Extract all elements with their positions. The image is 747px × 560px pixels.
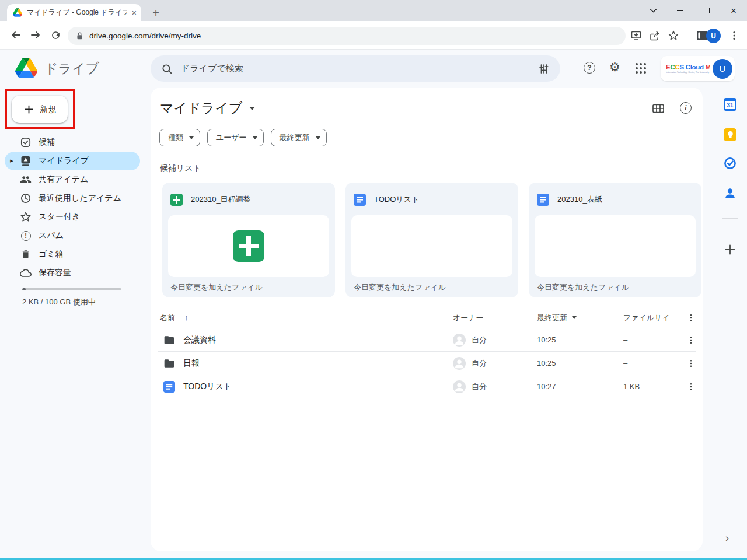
row-options-kebab-icon[interactable] (686, 359, 696, 368)
filter-chip-user[interactable]: ユーザー (207, 129, 264, 146)
sidebar-item-recent[interactable]: 最近使用したアイテム (5, 189, 140, 208)
file-preview (168, 215, 329, 277)
reload-button[interactable] (48, 27, 63, 43)
tune-filter-icon[interactable] (538, 63, 550, 75)
google-apps-grid-icon[interactable] (636, 63, 646, 74)
sidebar-item-my-drive[interactable]: ▶ マイドライブ (5, 152, 140, 170)
owner-avatar-icon (453, 334, 466, 346)
card-footer-text: 今日変更を加えたファイル (170, 282, 263, 293)
star-icon (20, 211, 32, 223)
sidebar-nav: 候補 ▶ マイドライブ 共有アイテム 最近使用したアイテム (5, 133, 140, 282)
browser-window: マイドライブ - Google ドライブ × + × drive.google.… (0, 0, 747, 560)
my-drive-icon (20, 155, 32, 167)
contacts-app-icon[interactable] (724, 187, 736, 200)
sidebar-item-starred[interactable]: スター付き (5, 208, 140, 226)
column-header-owner[interactable]: オーナー (453, 313, 537, 323)
keep-app-icon[interactable] (724, 128, 736, 141)
filter-chip-type[interactable]: 種類 (159, 129, 200, 146)
browser-titlebar: マイドライブ - Google ドライブ × + × (0, 0, 747, 21)
tab-close-icon[interactable]: × (132, 9, 137, 17)
sidebar-item-storage[interactable]: 保存容量 (5, 264, 140, 282)
suggestions-section-label: 候補リスト (160, 163, 201, 174)
table-row[interactable]: TODOリスト 自分 10:27 1 KB (158, 375, 696, 398)
column-header-modified[interactable]: 最終更新 (537, 313, 623, 323)
chip-caret-icon (316, 136, 320, 142)
check-square-icon (20, 136, 32, 148)
bookmark-star-icon[interactable] (666, 28, 681, 43)
sort-descending-icon (572, 316, 577, 321)
sort-ascending-icon: ↑ (184, 313, 189, 322)
address-bar[interactable]: drive.google.com/drive/my-drive (68, 27, 626, 45)
sidebar-item-spam[interactable]: ! スパム (5, 226, 140, 245)
suggested-file-card[interactable]: TODOリスト 今日変更を加えたファイル (345, 183, 518, 298)
docs-file-icon (537, 194, 549, 206)
window-maximize-button[interactable] (693, 0, 720, 21)
drive-wordmark: ドライブ (44, 60, 99, 78)
browser-tab[interactable]: マイドライブ - Google ドライブ × (7, 4, 141, 21)
table-options-kebab-icon[interactable] (686, 313, 696, 323)
account-avatar[interactable]: U (713, 59, 732, 79)
docs-file-icon (354, 194, 366, 206)
window-minimize-button[interactable] (666, 0, 693, 21)
share-icon[interactable] (647, 28, 662, 43)
search-input[interactable]: ドライブで検索 (151, 55, 560, 82)
card-footer-text: 今日変更を加えたファイル (537, 282, 629, 293)
sheets-file-icon (170, 194, 183, 206)
lock-icon (76, 32, 83, 40)
help-icon[interactable]: ? (584, 62, 595, 74)
suggested-file-card[interactable]: 202310_日程調整 今日変更を加えたファイル (162, 183, 335, 298)
settings-gear-icon[interactable]: ⚙ (609, 61, 620, 73)
grid-view-toggle-icon[interactable] (652, 102, 665, 117)
install-app-icon[interactable] (629, 28, 644, 43)
storage-usage-text: 2 KB / 100 GB 使用中 (22, 297, 96, 307)
spam-exclamation-icon: ! (20, 230, 32, 242)
docs-file-icon (163, 381, 175, 393)
browser-menu-kebab-icon[interactable] (727, 28, 742, 43)
eccs-logo: ECCS Cloud Mail Information Technology C… (666, 64, 710, 74)
row-options-kebab-icon[interactable] (686, 335, 696, 345)
tasks-app-icon[interactable] (724, 157, 736, 170)
forward-button[interactable] (28, 27, 43, 43)
expand-caret-icon[interactable]: ▶ (8, 159, 15, 163)
calendar-app-icon[interactable]: 31 (724, 98, 736, 111)
new-button-label: 新規 (40, 104, 57, 115)
search-placeholder: ドライブで検索 (181, 63, 530, 74)
table-row[interactable]: 会議資料 自分 10:25 – (158, 328, 696, 352)
row-options-kebab-icon[interactable] (686, 382, 696, 391)
main-panel: マイドライブ i 種類 ユーザー 最終更新 候補リスト 20 (151, 88, 703, 551)
rail-divider (722, 218, 738, 219)
chip-caret-icon (253, 136, 257, 142)
column-header-size[interactable]: ファイルサイ (623, 313, 686, 323)
filter-chips: 種類 ユーザー 最終更新 (159, 129, 327, 146)
table-header-row: 名前 ↑ オーナー 最終更新 ファイルサイ (158, 307, 696, 328)
people-icon (20, 174, 32, 186)
folder-icon (163, 358, 175, 369)
owner-avatar-icon (453, 357, 466, 370)
account-badge[interactable]: ECCS Cloud Mail Information Technology C… (661, 56, 735, 81)
cloud-icon (20, 267, 32, 279)
page-title-dropdown[interactable]: マイドライブ (160, 99, 255, 117)
browser-profile-avatar[interactable]: U (706, 29, 721, 43)
trash-icon (20, 249, 32, 260)
file-table: 名前 ↑ オーナー 最終更新 ファイルサイ (158, 307, 696, 398)
back-button[interactable] (8, 27, 23, 43)
show-side-panel-chevron-icon[interactable]: › (725, 532, 729, 544)
new-tab-button[interactable]: + (148, 5, 163, 20)
new-button[interactable]: 新規 (12, 96, 68, 123)
drive-favicon-icon (13, 8, 22, 17)
file-preview (535, 215, 696, 277)
sidebar-item-shared[interactable]: 共有アイテム (5, 170, 140, 189)
dropdown-caret-icon (249, 107, 255, 113)
add-side-panel-app-icon[interactable] (724, 243, 736, 258)
column-header-name[interactable]: 名前 ↑ (158, 313, 453, 323)
suggested-file-card[interactable]: 202310_表紙 今日変更を加えたファイル (529, 183, 701, 298)
window-close-button[interactable]: × (720, 0, 747, 21)
plus-icon (23, 104, 34, 115)
card-footer-text: 今日変更を加えたファイル (354, 282, 446, 293)
sidebar-item-trash[interactable]: ゴミ箱 (5, 245, 140, 264)
sidebar-item-suggested[interactable]: 候補 (5, 133, 140, 152)
table-row[interactable]: 日報 自分 10:25 – (158, 352, 696, 375)
filter-chip-modified[interactable]: 最終更新 (271, 129, 327, 146)
window-chevron-icon[interactable] (640, 0, 666, 21)
info-icon[interactable]: i (680, 102, 692, 114)
